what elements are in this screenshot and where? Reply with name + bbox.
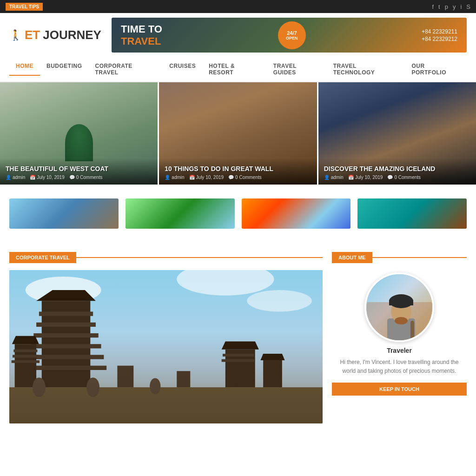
corporate-travel-section-title: CORPORATE TRAVEL (9, 252, 323, 263)
thumb-4[interactable] (357, 198, 467, 229)
about-section: ABOUT ME (332, 252, 467, 396)
keep-in-touch-button[interactable]: KEEP IN TOUCH (332, 383, 467, 396)
banner-text: TIME TO TRAVEL (121, 23, 162, 47)
nav-item-our-portfolio[interactable]: OUR PORTFOLIO (405, 57, 467, 81)
section-title-line (76, 257, 323, 258)
banner-badge: 24/7 OPEN (278, 21, 306, 49)
svg-rect-8 (36, 323, 96, 327)
svg-rect-9 (33, 333, 98, 337)
temple-svg (9, 270, 323, 423)
nav-link-hotel-resort[interactable]: HOTEL & RESORT (202, 57, 267, 81)
svg-point-24 (33, 377, 46, 397)
instagram-icon[interactable]: i (460, 3, 462, 10)
svg-rect-28 (177, 371, 190, 387)
svg-rect-17 (12, 360, 40, 363)
logo-icon: 🚶 (9, 29, 22, 41)
svg-marker-14 (12, 336, 39, 344)
about-me-section-title: ABOUT ME (332, 252, 467, 263)
hero-date-2: 📅 July 10, 2019 (189, 175, 224, 180)
nav-item-budgeting[interactable]: BUDGETING (40, 57, 89, 81)
main-content: CORPORATE TRAVEL (0, 243, 476, 433)
nav-item-cruises[interactable]: CRUISES (163, 57, 202, 81)
facebook-icon[interactable]: f (432, 3, 434, 10)
avatar (364, 272, 434, 342)
nav-link-our-portfolio[interactable]: OUR PORTFOLIO (405, 57, 467, 81)
svg-rect-12 (26, 366, 106, 370)
hero-item-2[interactable]: 10 THINGS TO DO IN GREAT WALL 👤 admin 📅 … (158, 82, 318, 185)
nav-item-travel-technology[interactable]: TRAVEL TECHNOLOGY (327, 57, 405, 81)
svg-rect-27 (117, 366, 133, 387)
svg-rect-21 (222, 359, 255, 362)
nav-link-cruises[interactable]: CRUISES (163, 57, 202, 75)
hero-date-1: 📅 July 10, 2019 (30, 175, 65, 180)
thumb-1[interactable] (9, 198, 119, 229)
banner: TIME TO TRAVEL 24/7 OPEN +84 22329211 +8… (112, 18, 467, 53)
logo-journey: JOURNEY (43, 28, 101, 42)
thumb-2[interactable] (126, 198, 235, 229)
svg-rect-18 (225, 350, 255, 387)
right-column: ABOUT ME (332, 252, 467, 423)
hero-author-1: 👤 admin (6, 175, 25, 180)
nav-item-home[interactable]: HOME (9, 57, 40, 81)
corporate-travel-label: CORPORATE TRAVEL (9, 252, 76, 263)
nav-item-corporate-travel[interactable]: CORPORATE TRAVEL (89, 57, 163, 81)
hero-title-2: 10 THINGS TO DO IN GREAT WALL (165, 165, 311, 172)
avatar-svg (366, 274, 434, 342)
nav-link-home[interactable]: HOME (9, 57, 40, 76)
svg-point-3 (247, 290, 311, 311)
hero-meta-3: 👤 admin 📅 July 10, 2019 💬 0 Comments (324, 175, 470, 180)
youtube-icon[interactable]: y (453, 3, 456, 10)
nav-link-budgeting[interactable]: BUDGETING (40, 57, 89, 75)
hero-overlay-1: THE BEAUTIFUL OF WEST COAT 👤 admin 📅 Jul… (0, 158, 158, 185)
svg-rect-20 (223, 354, 254, 357)
twitter-icon[interactable]: t (438, 3, 440, 10)
svg-marker-23 (260, 354, 284, 360)
svg-rect-11 (28, 355, 104, 359)
svg-rect-35 (389, 300, 413, 305)
hero-section: THE BEAUTIFUL OF WEST COAT 👤 admin 📅 Jul… (0, 82, 476, 185)
svg-point-26 (150, 378, 160, 394)
about-title-line (372, 257, 467, 258)
pinterest-icon[interactable]: p (445, 3, 448, 10)
nav-link-corporate-travel[interactable]: CORPORATE TRAVEL (89, 57, 163, 81)
nav-item-hotel-resort[interactable]: HOTEL & RESORT (202, 57, 267, 81)
hero-comments-2: 💬 0 Comments (228, 175, 262, 180)
banner-phone: +84 22329211 +84 22329212 (422, 27, 457, 43)
hero-meta-2: 👤 admin 📅 July 10, 2019 💬 0 Comments (165, 175, 311, 180)
traveler-title: Traveler (332, 347, 467, 354)
badge-open: OPEN (286, 36, 298, 40)
skype-icon[interactable]: S (466, 3, 470, 10)
banner-line1: TIME TO (121, 23, 162, 35)
hero-overlay-2: 10 THINGS TO DO IN GREAT WALL 👤 admin 📅 … (159, 158, 317, 185)
nav-item-travel-guides[interactable]: TRAVEL GUIDES (267, 57, 327, 81)
svg-rect-22 (263, 360, 282, 387)
main-nav: HOME BUDGETING CORPORATE TRAVEL CRUISES … (0, 57, 476, 82)
phone1[interactable]: +84 22329211 (422, 28, 457, 35)
left-column: CORPORATE TRAVEL (9, 252, 323, 423)
nav-link-travel-guides[interactable]: TRAVEL GUIDES (267, 57, 327, 81)
svg-point-25 (86, 377, 99, 397)
svg-marker-19 (222, 341, 259, 349)
featured-image[interactable] (9, 270, 323, 423)
svg-rect-16 (13, 355, 39, 357)
avatar-container (332, 272, 467, 342)
hero-comments-3: 💬 0 Comments (387, 175, 421, 180)
phone2[interactable]: +84 22329212 (422, 36, 457, 42)
about-me-label: ABOUT ME (332, 252, 372, 263)
hero-comments-1: 💬 0 Comments (69, 175, 103, 180)
svg-point-36 (395, 317, 408, 324)
hero-item-1[interactable]: THE BEAUTIFUL OF WEST COAT 👤 admin 📅 Jul… (0, 82, 158, 185)
logo[interactable]: 🚶 ET JOURNEY (9, 28, 102, 42)
travel-tips-label[interactable]: TRAVEL TIPS (6, 3, 43, 11)
nav-link-travel-technology[interactable]: TRAVEL TECHNOLOGY (327, 57, 405, 81)
svg-rect-37 (410, 321, 414, 339)
badge-hours: 24/7 (287, 30, 297, 36)
social-icons: f t p y i S (432, 3, 470, 10)
svg-rect-7 (39, 311, 93, 316)
thumb-3[interactable] (242, 198, 351, 229)
hero-item-3[interactable]: DISCOVER THE AMAZING ICELAND 👤 admin 📅 J… (318, 82, 476, 185)
banner-line2: TRAVEL (121, 35, 162, 47)
logo-et: ET (25, 28, 40, 42)
hero-title-3: DISCOVER THE AMAZING ICELAND (324, 165, 470, 172)
hero-date-3: 📅 July 10, 2019 (348, 175, 383, 180)
